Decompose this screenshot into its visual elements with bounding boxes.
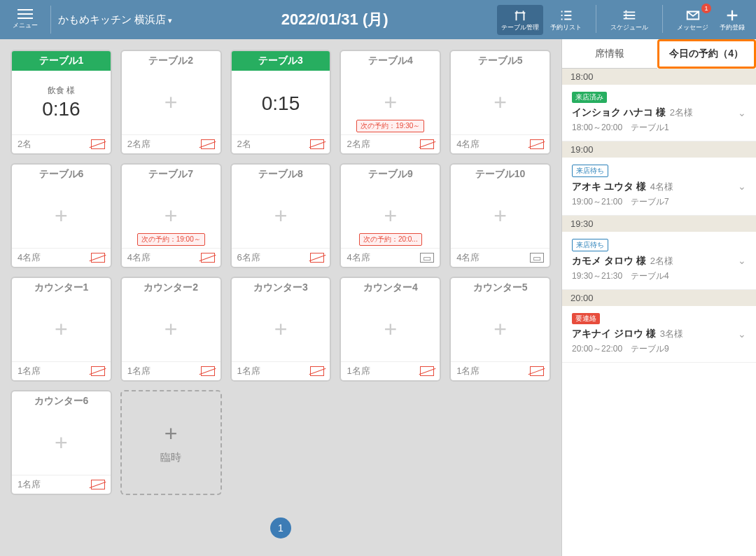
table-card[interactable]: カウンター3+1名席 [230,277,332,382]
plus-icon: + [493,317,507,342]
add-temp-table[interactable]: +臨時 [120,390,222,495]
no-smoking-icon [201,366,215,376]
no-smoking-icon [310,139,324,149]
guest-name: アオキ ユウタ 様 [572,181,646,192]
no-smoking-icon [530,139,544,149]
seat-count: 1名席 [237,365,260,377]
nav-schedule[interactable]: スケジュール [606,5,652,35]
reservation-item[interactable]: 要連絡アキナイ ジロウ 様3名様20:00～22:00 テーブル9⌄ [562,306,756,363]
timer: 0:15 [262,92,300,115]
seat-count: 2名 [18,138,31,151]
table-name: テーブル8 [232,165,330,184]
table-card[interactable]: テーブル8+6名席 [230,163,332,268]
reservation-item[interactable]: 来店待ちアオキ ユウタ 様4名様19:00～21:00 テーブル7⌄ [562,158,756,216]
separate-smoking-icon: ▭ [530,253,544,263]
table-card[interactable]: テーブル6+4名席 [10,163,112,268]
store-selector[interactable]: かもめキッチン 横浜店 [58,13,172,27]
table-name: テーブル7 [122,165,220,184]
no-smoking-icon [91,253,105,263]
plus-icon: + [164,90,178,116]
table-card[interactable]: テーブル7+次の予約：19:00～4名席 [120,163,222,268]
guest-count: 2名様 [670,107,693,118]
plus-icon: + [384,203,397,229]
seat-count: 4名席 [456,251,479,264]
menu-button[interactable]: メニュー [7,6,43,33]
seat-count: 4名席 [346,251,370,264]
tab-seat-info[interactable]: 席情報 [562,39,657,69]
seat-count: 2名席 [346,138,370,151]
nav-table[interactable]: テーブル管理 [497,5,543,35]
plus-icon: + [164,317,178,342]
reservation-item[interactable]: 来店待ちカモメ タロウ 様2名様19:30～21:30 テーブル4⌄ [562,232,756,290]
status-badge: 来店済み [572,92,607,103]
status-badge: 来店待ち [572,239,608,251]
date-display: 2022/01/31 (月) [172,9,497,30]
table-name: カウンター3 [232,278,330,298]
divider [50,6,51,34]
plus-icon: + [55,203,68,229]
nav-add[interactable]: 予約登録 [715,5,749,35]
seat-count: 1名席 [456,365,479,377]
next-reservation: 次の予約：19:30～ [356,120,424,132]
seat-count: 1名席 [18,478,41,491]
table-card[interactable]: テーブル2+2名席 [120,50,222,155]
seat-count: 4名席 [18,251,41,264]
table-name: テーブル4 [341,51,440,71]
page-number[interactable]: 1 [270,517,291,538]
seat-count: 4名席 [456,138,479,151]
timer: 0:16 [42,98,80,120]
plus-icon: + [164,203,178,229]
table-name: テーブル10 [451,165,550,184]
table-card[interactable]: テーブル10+4名席▭ [449,163,551,268]
seat-count: 2名席 [127,138,150,151]
guest-name: 飲食 様 [48,85,75,97]
tab-today-reservations[interactable]: 今日の予約（4） [657,39,757,69]
table-name: カウンター1 [12,278,111,298]
chevron-down-icon: ⌄ [738,255,746,266]
table-card[interactable]: テーブル5+4名席 [449,50,551,155]
temp-label: 臨時 [160,451,181,464]
table-name: カウンター4 [341,278,440,298]
reservation-detail: 18:00～20:00 テーブル1 [572,122,693,134]
seat-count: 6名席 [237,251,260,264]
badge: 1 [701,4,711,13]
reservation-item[interactable]: 来店済みインショク ハナコ 様2名様18:00～20:00 テーブル1⌄ [562,85,756,141]
no-smoking-icon [91,366,105,376]
nav-message[interactable]: メッセージ1 [673,5,713,35]
table-card[interactable]: カウンター2+1名席 [120,277,222,382]
table-card[interactable]: カウンター6+1名席 [10,390,112,495]
separate-smoking-icon: ▭ [420,253,434,263]
no-smoking-icon [201,253,215,263]
table-card[interactable]: テーブル30:152名 [230,50,332,155]
table-card[interactable]: カウンター4+1名席 [340,277,441,382]
guest-count: 3名様 [660,328,683,339]
guest-name: アキナイ ジロウ 様 [572,328,656,339]
table-card[interactable]: カウンター1+1名席 [10,277,112,382]
table-name: テーブル5 [451,51,550,71]
table-card[interactable]: テーブル4+次の予約：19:30～2名席 [340,50,441,155]
guest-name: インショク ハナコ 様 [572,106,666,118]
status-badge: 来店待ち [572,165,608,177]
table-name: テーブル9 [341,165,440,184]
plus-icon: + [274,203,288,229]
no-smoking-icon [310,366,324,376]
time-header: 19:00 [562,141,756,158]
table-name: カウンター5 [451,278,550,298]
reservation-detail: 20:00～22:00 テーブル9 [572,343,683,355]
no-smoking-icon [91,480,105,489]
no-smoking-icon [91,139,105,149]
table-card[interactable]: カウンター5+1名席 [449,277,551,382]
table-name: カウンター6 [12,391,111,411]
plus-icon: + [384,317,397,342]
no-smoking-icon [530,366,544,376]
nav-list[interactable]: 予約リスト [546,5,586,35]
chevron-down-icon: ⌄ [738,328,746,340]
plus-icon: + [55,317,68,342]
plus-icon: + [384,90,397,116]
time-header: 18:00 [562,69,756,85]
plus-icon: + [493,203,507,229]
table-card[interactable]: テーブル9+次の予約：20:0...4名席▭ [340,163,441,268]
table-name: テーブル3 [232,51,330,71]
table-card[interactable]: テーブル1飲食 様0:162名 [10,50,112,155]
seat-count: 1名席 [18,365,41,377]
